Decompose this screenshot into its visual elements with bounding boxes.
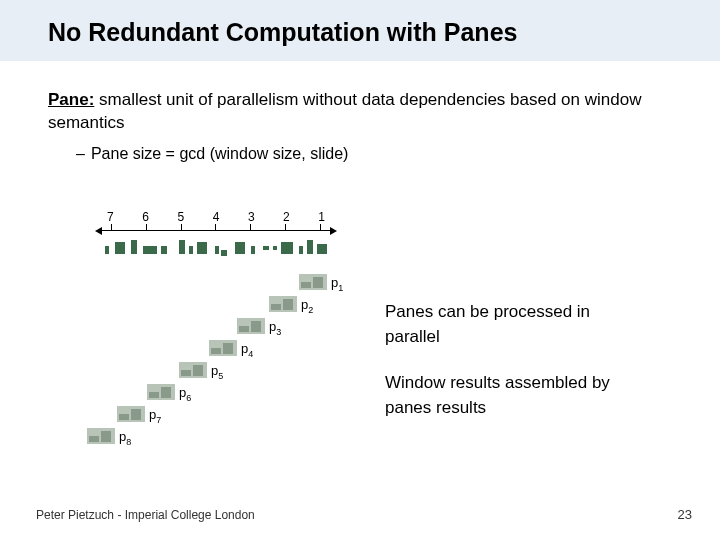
- tick-7: 7: [107, 210, 114, 224]
- pane-sub: 1: [338, 283, 343, 293]
- content-area: Pane: smallest unit of parallelism witho…: [0, 61, 720, 163]
- side-notes: Panes can be processed in parallel Windo…: [385, 300, 635, 421]
- pane-sub: 7: [156, 415, 161, 425]
- dash-icon: –: [76, 145, 85, 162]
- pane-diagram: 7 6 5 4 3 2 1 p1: [85, 210, 665, 490]
- slide-title: No Redundant Computation with Panes: [0, 0, 720, 61]
- tick-5: 5: [177, 210, 184, 224]
- definition-term: Pane:: [48, 90, 94, 109]
- note-parallel: Panes can be processed in parallel: [385, 300, 635, 349]
- definition-text: smallest unit of parallelism without dat…: [48, 90, 641, 132]
- tick-3: 3: [248, 210, 255, 224]
- note-assembled: Window results assembled by panes result…: [385, 371, 635, 420]
- sub-point: –Pane size = gcd (window size, slide): [76, 145, 672, 163]
- sub-point-text: Pane size = gcd (window size, slide): [91, 145, 348, 162]
- timeline-axis: [101, 230, 331, 231]
- pane-sub: 3: [276, 327, 281, 337]
- pane-sub: 4: [248, 349, 253, 359]
- pane-sub: 5: [218, 371, 223, 381]
- footer-author: Peter Pietzuch - Imperial College London: [36, 508, 255, 522]
- tick-1: 1: [318, 210, 325, 224]
- data-stream: [101, 240, 331, 258]
- pane-sub: 2: [308, 305, 313, 315]
- pane-sub: 6: [186, 393, 191, 403]
- page-number: 23: [678, 507, 692, 522]
- tick-labels: 7 6 5 4 3 2 1: [101, 210, 331, 224]
- timeline: 7 6 5 4 3 2 1: [101, 210, 331, 231]
- pane-sub: 8: [126, 437, 131, 447]
- definition: Pane: smallest unit of parallelism witho…: [48, 89, 672, 135]
- tick-4: 4: [213, 210, 220, 224]
- tick-6: 6: [142, 210, 149, 224]
- tick-2: 2: [283, 210, 290, 224]
